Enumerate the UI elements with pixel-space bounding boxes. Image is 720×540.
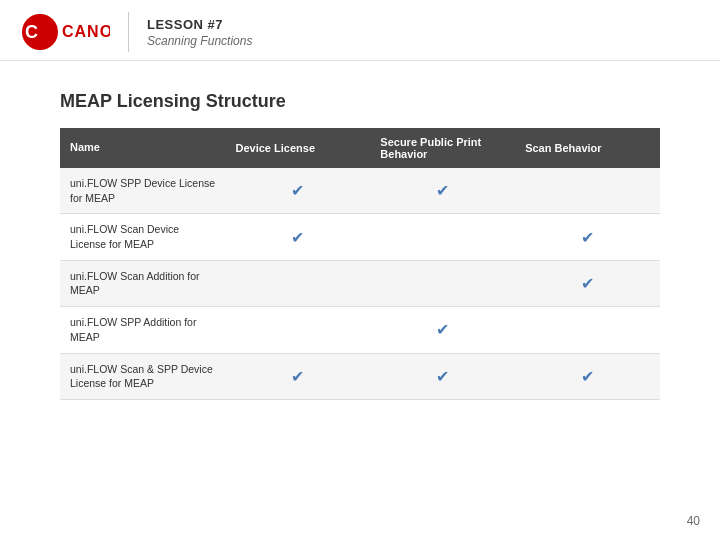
table-row: uni.FLOW Scan Addition for MEAP✔ — [60, 260, 660, 306]
svg-text:CANON: CANON — [62, 23, 110, 40]
page-number: 40 — [687, 514, 700, 528]
cell-scan-behavior — [515, 168, 660, 214]
checkmark-icon: ✔ — [291, 367, 304, 386]
cell-device-license: ✔ — [226, 353, 371, 399]
section-title: MEAP Licensing Structure — [60, 91, 660, 112]
checkmark-icon: ✔ — [291, 228, 304, 247]
logo-area: C CANON — [20, 12, 110, 52]
svg-text:C: C — [25, 22, 38, 42]
cell-name: uni.FLOW SPP Device License for MEAP — [60, 168, 226, 214]
checkmark-icon: ✔ — [436, 367, 449, 386]
lesson-title: Scanning Functions — [147, 34, 252, 48]
cell-scan-behavior — [515, 307, 660, 353]
cell-device-license: ✔ — [226, 214, 371, 260]
col-header-scan: Scan Behavior — [515, 128, 660, 168]
col-header-name: Name — [60, 128, 226, 168]
header-row: Name Device License Secure Public Print … — [60, 128, 660, 168]
table-row: uni.FLOW SPP Addition for MEAP✔ — [60, 307, 660, 353]
cell-device-license: ✔ — [226, 168, 371, 214]
cell-name: uni.FLOW Scan Device License for MEAP — [60, 214, 226, 260]
table-body: uni.FLOW SPP Device License for MEAP✔✔un… — [60, 168, 660, 399]
col-header-secure: Secure Public Print Behavior — [370, 128, 515, 168]
cell-secure-print: ✔ — [370, 353, 515, 399]
cell-device-license — [226, 307, 371, 353]
cell-secure-print: ✔ — [370, 168, 515, 214]
table-row: uni.FLOW Scan Device License for MEAP✔✔ — [60, 214, 660, 260]
checkmark-icon: ✔ — [291, 181, 304, 200]
main-content: MEAP Licensing Structure Name Device Lic… — [0, 61, 720, 420]
cell-secure-print — [370, 214, 515, 260]
header-divider — [128, 12, 129, 52]
table-header: Name Device License Secure Public Print … — [60, 128, 660, 168]
table-row: uni.FLOW Scan & SPP Device License for M… — [60, 353, 660, 399]
cell-scan-behavior: ✔ — [515, 214, 660, 260]
lesson-number: LESSON #7 — [147, 17, 252, 32]
cell-device-license — [226, 260, 371, 306]
table-row: uni.FLOW SPP Device License for MEAP✔✔ — [60, 168, 660, 214]
cell-name: uni.FLOW SPP Addition for MEAP — [60, 307, 226, 353]
lesson-info: LESSON #7 Scanning Functions — [147, 17, 252, 48]
col-header-device: Device License — [226, 128, 371, 168]
checkmark-icon: ✔ — [581, 274, 594, 293]
page-header: C CANON LESSON #7 Scanning Functions — [0, 0, 720, 61]
checkmark-icon: ✔ — [581, 367, 594, 386]
cell-name: uni.FLOW Scan Addition for MEAP — [60, 260, 226, 306]
cell-secure-print — [370, 260, 515, 306]
canon-logo: C CANON — [20, 12, 110, 52]
checkmark-icon: ✔ — [436, 320, 449, 339]
cell-secure-print: ✔ — [370, 307, 515, 353]
cell-scan-behavior: ✔ — [515, 260, 660, 306]
checkmark-icon: ✔ — [436, 181, 449, 200]
licensing-table: Name Device License Secure Public Print … — [60, 128, 660, 400]
checkmark-icon: ✔ — [581, 228, 594, 247]
cell-scan-behavior: ✔ — [515, 353, 660, 399]
cell-name: uni.FLOW Scan & SPP Device License for M… — [60, 353, 226, 399]
